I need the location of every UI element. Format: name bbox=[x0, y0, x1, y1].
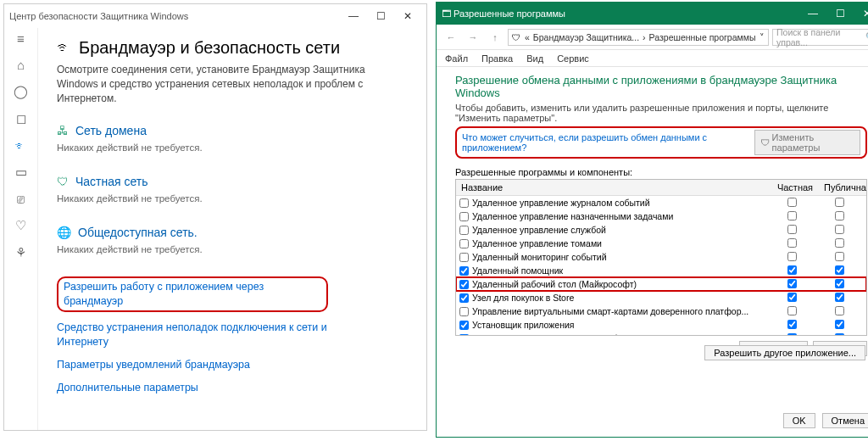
col-name[interactable]: Название bbox=[456, 180, 771, 195]
section-domain[interactable]: 🖧 Сеть домена Никаких действий не требуе… bbox=[57, 124, 408, 153]
list-label: Разрешенные программы и компоненты: bbox=[455, 167, 867, 177]
menu-edit[interactable]: Правка bbox=[481, 53, 513, 64]
link-firewall-notifications[interactable]: Параметры уведомлений брандмауэра bbox=[57, 358, 328, 372]
row-private-checkbox[interactable] bbox=[787, 252, 797, 261]
row-public-checkbox[interactable] bbox=[835, 293, 844, 302]
menu-file[interactable]: Файл bbox=[445, 53, 468, 64]
row-name: Учетная запись компании или учебного зав… bbox=[472, 333, 682, 336]
ok-button[interactable]: OK bbox=[783, 413, 815, 428]
minimize-button[interactable]: — bbox=[799, 8, 826, 20]
shield-icon[interactable]: ◯ bbox=[14, 84, 28, 99]
back-button[interactable]: ← bbox=[442, 32, 460, 42]
row-private-checkbox[interactable] bbox=[787, 333, 797, 337]
antenna-icon: ᯤ bbox=[57, 39, 72, 57]
row-public-checkbox[interactable] bbox=[835, 320, 844, 329]
row-enable-checkbox[interactable] bbox=[459, 266, 469, 276]
row-enable-checkbox[interactable] bbox=[459, 239, 469, 248]
row-public-checkbox[interactable] bbox=[835, 238, 844, 248]
row-enable-checkbox[interactable] bbox=[459, 226, 469, 235]
control-panel-icon: 🗔 bbox=[442, 8, 453, 19]
row-public-checkbox[interactable] bbox=[835, 279, 844, 288]
col-public[interactable]: Публичная bbox=[819, 180, 866, 195]
list-item[interactable]: Удаленный мониторинг событий bbox=[456, 250, 866, 264]
row-private-checkbox[interactable] bbox=[787, 279, 797, 288]
row-public-checkbox[interactable] bbox=[835, 198, 844, 207]
row-public-checkbox[interactable] bbox=[835, 306, 844, 315]
maximize-button[interactable]: ☐ bbox=[826, 8, 854, 20]
section-private[interactable]: 🛡 Частная сеть Никаких действий не требу… bbox=[57, 175, 408, 204]
defender-security-center-window: Центр безопасности Защитника Windows — ☐… bbox=[3, 3, 427, 431]
link-network-troubleshooter[interactable]: Средство устранения неполадок подключени… bbox=[57, 321, 328, 349]
row-name: Удаленное управление томами bbox=[472, 238, 602, 248]
menu-view[interactable]: Вид bbox=[526, 53, 543, 64]
row-private-checkbox[interactable] bbox=[787, 293, 797, 302]
list-item[interactable]: Удаленный помощник bbox=[456, 264, 866, 277]
row-enable-checkbox[interactable] bbox=[459, 280, 469, 289]
close-button[interactable]: ✕ bbox=[394, 10, 421, 22]
nav-toolbar: ← → ↑ 🛡 « Брандмауэр Защитника... › Разр… bbox=[437, 25, 868, 50]
row-private-checkbox[interactable] bbox=[787, 225, 797, 234]
family-icon[interactable]: ⚘ bbox=[15, 245, 26, 260]
maximize-button[interactable]: ☐ bbox=[367, 10, 394, 22]
row-public-checkbox[interactable] bbox=[835, 225, 844, 234]
row-enable-checkbox[interactable] bbox=[459, 334, 469, 337]
list-item[interactable]: Узел для покупок в Store bbox=[456, 291, 866, 304]
row-public-checkbox[interactable] bbox=[835, 333, 844, 337]
close-button[interactable]: ✕ bbox=[854, 8, 868, 20]
forward-button[interactable]: → bbox=[464, 32, 482, 42]
cancel-button[interactable]: Отмена bbox=[822, 413, 868, 428]
menu-icon[interactable]: ≡ bbox=[17, 31, 25, 46]
list-item[interactable]: Управление виртуальными смарт-картами до… bbox=[456, 304, 866, 318]
content-pane: ᯤ Брандмауэр и безопасность сети Осмотри… bbox=[38, 28, 426, 430]
list-header: Название Частная Публичная bbox=[456, 180, 866, 196]
list-item[interactable]: Удаленное управление службой bbox=[456, 223, 866, 237]
row-private-checkbox[interactable] bbox=[787, 320, 797, 329]
row-enable-checkbox[interactable] bbox=[459, 307, 469, 316]
link-allow-app-through-firewall[interactable]: Разрешить работу с приложением через бра… bbox=[57, 276, 328, 312]
app-browser-icon[interactable]: ▭ bbox=[15, 165, 27, 180]
section-public[interactable]: 🌐 Общедоступная сеть. Никаких действий н… bbox=[57, 226, 408, 254]
row-enable-checkbox[interactable] bbox=[459, 198, 469, 208]
row-name: Удаленный рабочий стол (Майкрософт) bbox=[472, 279, 637, 289]
device-icon[interactable]: ⎚ bbox=[17, 192, 25, 206]
minimize-button[interactable]: — bbox=[340, 10, 367, 22]
shield-icon: 🛡 bbox=[760, 137, 770, 148]
row-enable-checkbox[interactable] bbox=[459, 293, 469, 303]
allowed-apps-list: Название Частная Публичная Удаленное упр… bbox=[455, 179, 867, 336]
page-title: ᯤ Брандмауэр и безопасность сети bbox=[57, 38, 408, 58]
home-icon[interactable]: ⌂ bbox=[17, 58, 25, 72]
row-enable-checkbox[interactable] bbox=[459, 253, 469, 262]
list-item[interactable]: Удаленный рабочий стол (Майкрософт) bbox=[456, 277, 866, 291]
refresh-icon[interactable]: ↻ bbox=[768, 32, 769, 42]
row-private-checkbox[interactable] bbox=[787, 198, 797, 207]
row-public-checkbox[interactable] bbox=[835, 265, 844, 275]
chevron-down-icon[interactable]: ˅ bbox=[760, 32, 765, 42]
left-nav: ≡ ⌂ ◯ ◻ ᯤ ▭ ⎚ ♡ ⚘ bbox=[4, 28, 38, 430]
breadcrumb[interactable]: 🛡 « Брандмауэр Защитника... › Разрешенны… bbox=[508, 29, 769, 46]
account-icon[interactable]: ◻ bbox=[16, 111, 26, 126]
health-icon[interactable]: ♡ bbox=[15, 218, 26, 233]
row-enable-checkbox[interactable] bbox=[459, 321, 469, 330]
col-private[interactable]: Частная bbox=[771, 180, 819, 195]
row-private-checkbox[interactable] bbox=[787, 211, 797, 220]
list-item[interactable]: Удаленное управление журналом событий bbox=[456, 196, 866, 209]
row-private-checkbox[interactable] bbox=[787, 265, 797, 275]
firewall-icon[interactable]: ᯤ bbox=[14, 138, 27, 153]
up-button[interactable]: ↑ bbox=[486, 32, 504, 42]
allow-another-app-button[interactable]: Разрешить другое приложение... bbox=[704, 345, 865, 360]
row-private-checkbox[interactable] bbox=[787, 306, 797, 315]
row-public-checkbox[interactable] bbox=[835, 211, 844, 220]
search-input[interactable]: Поиск в панели управ... 🔍 bbox=[772, 29, 868, 46]
menu-tools[interactable]: Сервис bbox=[557, 53, 589, 64]
row-private-checkbox[interactable] bbox=[787, 238, 797, 248]
row-enable-checkbox[interactable] bbox=[459, 212, 469, 221]
list-item[interactable]: Удаленное управление назначенными задача… bbox=[456, 209, 866, 223]
link-what-can-happen[interactable]: Что может случиться, если разрешить обме… bbox=[462, 132, 744, 153]
list-item[interactable]: Учетная запись компании или учебного зав… bbox=[456, 332, 866, 336]
list-item[interactable]: Удаленное управление томами bbox=[456, 237, 866, 250]
row-name: Удаленное управление службой bbox=[472, 225, 606, 235]
link-advanced-settings[interactable]: Дополнительные параметры bbox=[57, 381, 328, 395]
row-public-checkbox[interactable] bbox=[835, 252, 844, 261]
change-settings-button[interactable]: 🛡Изменить параметры bbox=[754, 130, 860, 155]
list-item[interactable]: Установщик приложения bbox=[456, 318, 866, 332]
